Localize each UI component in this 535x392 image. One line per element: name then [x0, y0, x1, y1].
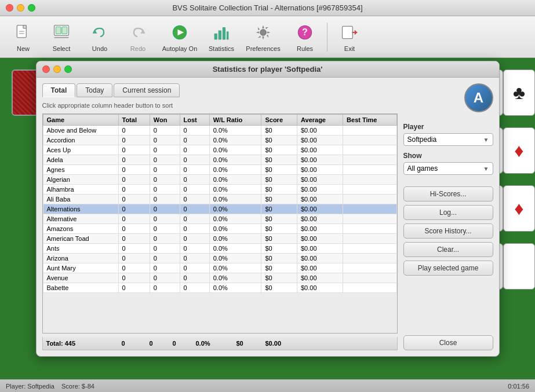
new-label: New — [17, 45, 30, 52]
table-cell: 0.0% — [209, 135, 261, 145]
table-row[interactable]: Avenue0000.0%$0$0.00 — [43, 273, 396, 283]
dialog-title-bar: Statistics for player 'Softpedia' — [37, 61, 499, 78]
table-cell — [343, 145, 396, 155]
table-cell: 0 — [150, 273, 180, 283]
table-row[interactable]: Adela0000.0%$0$0.00 — [43, 155, 396, 165]
log-button[interactable]: Log... — [403, 205, 493, 220]
table-row[interactable]: Alternative0000.0%$0$0.00 — [43, 214, 396, 224]
status-score: Score: $-84 — [61, 383, 94, 390]
play-selected-button[interactable]: Play selected game — [403, 261, 493, 276]
table-cell: Above and Below — [43, 126, 118, 135]
table-cell: $0 — [261, 185, 297, 195]
toolbar-select[interactable]: Select — [43, 20, 80, 54]
table-row[interactable]: Babette0000.0%$0$0.00 — [43, 283, 396, 293]
maximize-button[interactable] — [28, 4, 35, 12]
table-cell: $0 — [261, 273, 297, 283]
show-select[interactable]: All games ▼ — [403, 162, 493, 175]
table-row[interactable]: Amazons0000.0%$0$0.00 — [43, 224, 396, 234]
table-row[interactable]: Aces Up0000.0%$0$0.00 — [43, 145, 396, 155]
table-row[interactable]: Algerian0000.0%$0$0.00 — [43, 175, 396, 185]
table-cell: Adela — [43, 155, 118, 165]
col-won[interactable]: Won — [150, 115, 180, 126]
table-cell: 0 — [118, 234, 150, 244]
svg-marker-9 — [140, 29, 145, 33]
table-cell: 0 — [118, 254, 150, 263]
window-controls[interactable] — [6, 4, 35, 12]
table-cell: Accordion — [43, 135, 118, 145]
toolbar-separator — [327, 23, 327, 52]
hi-scores-button[interactable]: Hi-Scores... — [403, 186, 493, 202]
table-cell: $0.00 — [297, 224, 343, 234]
tab-row: Total Today Current session — [42, 83, 398, 97]
table-cell: Alternations — [43, 204, 118, 214]
table-cell: 0 — [118, 204, 150, 214]
tab-current[interactable]: Current session — [114, 83, 180, 97]
dialog-max-btn[interactable] — [64, 65, 72, 73]
table-row[interactable]: Ants0000.0%$0$0.00 — [43, 244, 396, 254]
toolbar-new[interactable]: New — [5, 20, 42, 54]
table-cell: Alhambra — [43, 185, 118, 195]
table-cell: 0.0% — [209, 263, 261, 273]
table-cell: 0 — [150, 195, 180, 204]
table-row[interactable]: Alhambra0000.0%$0$0.00 — [43, 185, 396, 195]
toolbar-preferences[interactable]: Preferences — [241, 20, 285, 54]
table-cell: 0 — [180, 204, 209, 214]
stats-dialog: Statistics for player 'Softpedia' Total … — [36, 61, 500, 357]
table-row[interactable]: Accordion0000.0%$0$0.00 — [43, 135, 396, 145]
table-cell — [343, 126, 396, 135]
table-cell: 0 — [150, 155, 180, 165]
tab-total[interactable]: Total — [42, 83, 76, 97]
table-row[interactable]: Agnes0000.0%$0$0.00 — [43, 165, 396, 175]
dialog-title: Statistics for player 'Softpedia' — [213, 65, 323, 74]
table-cell — [343, 185, 396, 195]
table-scroll[interactable]: Game Total Won Lost W/L Ratio Score Aver… — [42, 113, 398, 334]
table-row[interactable]: American Toad0000.0%$0$0.00 — [43, 234, 396, 244]
table-row[interactable]: Arizona0000.0%$0$0.00 — [43, 254, 396, 263]
toolbar-rules[interactable]: ? Rules — [286, 20, 323, 54]
table-row[interactable]: Ali Baba0000.0%$0$0.00 — [43, 195, 396, 204]
table-cell: $0 — [261, 165, 297, 175]
svg-text:?: ? — [302, 27, 308, 37]
player-select[interactable]: Softpedia ▼ — [403, 133, 493, 146]
rules-label: Rules — [297, 45, 313, 52]
close-button[interactable]: Close — [403, 335, 493, 350]
table-cell: $0 — [261, 135, 297, 145]
player-dropdown-arrow: ▼ — [483, 137, 489, 143]
table-cell: 0 — [180, 273, 209, 283]
col-game[interactable]: Game — [43, 115, 118, 126]
table-cell — [343, 254, 396, 263]
dialog-min-btn[interactable] — [53, 65, 61, 73]
table-cell: 0.0% — [209, 185, 261, 195]
col-lost[interactable]: Lost — [180, 115, 209, 126]
toolbar-redo[interactable]: Redo — [119, 20, 157, 54]
dialog-close-btn[interactable] — [42, 65, 50, 73]
table-cell: Agnes — [43, 165, 118, 175]
table-cell: 0.0% — [209, 244, 261, 254]
table-cell: 0 — [118, 135, 150, 145]
dialog-controls[interactable] — [42, 65, 72, 73]
table-cell: 0 — [180, 145, 209, 155]
col-total[interactable]: Total — [118, 115, 150, 126]
table-row[interactable]: Above and Below0000.0%$0$0.00 — [43, 126, 396, 135]
close-button[interactable] — [6, 4, 13, 12]
table-cell: $0 — [261, 244, 297, 254]
toolbar-undo[interactable]: Undo — [81, 20, 118, 54]
col-average[interactable]: Average — [297, 115, 343, 126]
toolbar-exit[interactable]: Exit — [331, 20, 368, 54]
dialog-body: Total Today Current session Click approp… — [37, 78, 499, 356]
clear-button[interactable]: Clear... — [403, 242, 493, 257]
toolbar-statistics[interactable]: Statistics — [203, 20, 240, 54]
col-besttime[interactable]: Best Time — [343, 115, 396, 126]
table-row[interactable]: Aunt Mary0000.0%$0$0.00 — [43, 263, 396, 273]
col-score[interactable]: Score — [261, 115, 297, 126]
table-cell: 0 — [150, 175, 180, 185]
minimize-button[interactable] — [17, 4, 24, 12]
score-history-button[interactable]: Score History... — [403, 224, 493, 239]
table-cell: 0.0% — [209, 214, 261, 224]
toolbar-autoplay[interactable]: Autoplay On — [158, 20, 202, 54]
table-cell: 0 — [180, 165, 209, 175]
col-ratio[interactable]: W/L Ratio — [209, 115, 261, 126]
tab-today[interactable]: Today — [77, 83, 112, 97]
redo-label: Redo — [130, 45, 145, 52]
table-row[interactable]: Alternations0000.0%$0$0.00 — [43, 204, 396, 214]
